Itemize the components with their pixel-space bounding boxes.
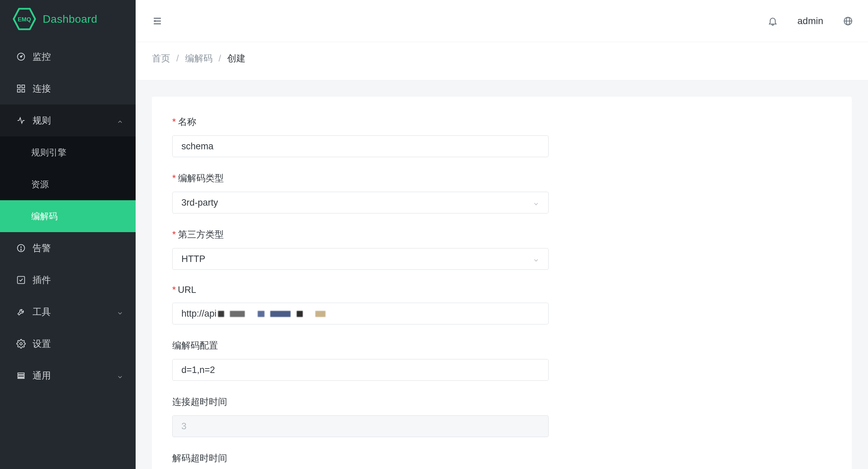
- logo-icon: EMQ: [12, 7, 37, 31]
- sidebar-item-tools[interactable]: 工具: [0, 296, 136, 328]
- gauge-icon: [16, 52, 26, 61]
- field-type: *编解码类型 3rd-party: [172, 172, 549, 213]
- sidebar-item-settings[interactable]: 设置: [0, 328, 136, 360]
- sidebar-item-plugins[interactable]: 插件: [0, 264, 136, 296]
- field-third-party-type: *第三方类型 HTTP: [172, 228, 549, 270]
- breadcrumb-home[interactable]: 首页: [152, 52, 170, 64]
- stack-icon: [16, 371, 26, 380]
- svg-rect-13: [18, 373, 24, 375]
- url-prefix: http://api: [181, 308, 217, 319]
- field-decode-timeout: 解码超时时间: [172, 452, 549, 464]
- sidebar-item-codec[interactable]: 编解码: [0, 200, 136, 232]
- sidebar-item-resources[interactable]: 资源: [0, 168, 136, 200]
- alert-icon: [16, 243, 26, 253]
- username[interactable]: admin: [797, 16, 823, 26]
- brand: EMQ Dashboard: [0, 0, 136, 41]
- svg-rect-5: [22, 85, 24, 88]
- breadcrumb: 首页 / 编解码 / 创建: [136, 42, 868, 80]
- sidebar-item-label: 设置: [33, 338, 123, 350]
- wrench-icon: [16, 307, 26, 317]
- svg-rect-15: [18, 378, 24, 378]
- chevron-down-icon: [117, 372, 123, 379]
- sidebar-item-rules[interactable]: 规则: [0, 105, 136, 136]
- chevron-up-icon: [117, 117, 123, 124]
- breadcrumb-codec[interactable]: 编解码: [185, 52, 213, 64]
- globe-icon[interactable]: [843, 16, 853, 26]
- grid-icon: [16, 84, 26, 93]
- svg-point-10: [21, 249, 21, 250]
- third-label: *第三方类型: [172, 228, 549, 241]
- sidebar-item-label: 工具: [33, 306, 110, 318]
- sidebar-item-label: 编解码: [31, 210, 58, 222]
- sidebar-item-label: 插件: [33, 274, 123, 286]
- content: *名称 *编解码类型 3rd-party *第三方类型 HTTP: [136, 80, 868, 469]
- main: admin 首页 / 编解码 / 创建 *名称 *编解码类型 3rd-party: [136, 0, 868, 469]
- svg-rect-14: [18, 375, 24, 377]
- sidebar-item-label: 规则: [33, 114, 110, 127]
- sidebar-item-label: 连接: [33, 82, 123, 95]
- url-redacted: [218, 308, 329, 319]
- brand-title: Dashboard: [43, 13, 97, 25]
- sidebar-item-label: 告警: [33, 242, 123, 254]
- form-card: *名称 *编解码类型 3rd-party *第三方类型 HTTP: [152, 97, 852, 469]
- type-label: *编解码类型: [172, 172, 549, 184]
- chevron-down-icon: [533, 256, 539, 262]
- config-label: 编解码配置: [172, 339, 549, 352]
- type-value: 3rd-party: [181, 198, 218, 208]
- svg-point-3: [20, 56, 22, 57]
- pulse-icon: [16, 116, 26, 125]
- field-conn-timeout: 连接超时时间: [172, 396, 549, 437]
- svg-text:EMQ: EMQ: [18, 16, 31, 23]
- sidebar-item-label: 资源: [31, 179, 49, 190]
- svg-rect-11: [18, 277, 25, 284]
- sidebar-nav: 监控 连接 规则 规则引擎 资源 编解码: [0, 41, 136, 469]
- sidebar-item-label: 监控: [33, 51, 123, 63]
- config-input[interactable]: [172, 359, 549, 381]
- chevron-down-icon: [533, 199, 539, 206]
- url-label: *URL: [172, 285, 549, 295]
- topbar-right: admin: [768, 16, 853, 26]
- sidebar-sub-rules: 规则引擎 资源 编解码: [0, 136, 136, 232]
- third-value: HTTP: [181, 254, 205, 264]
- svg-rect-6: [18, 89, 20, 92]
- gear-icon: [16, 339, 26, 349]
- sidebar: EMQ Dashboard 监控 连接 规则 规则引擎: [0, 0, 136, 469]
- conn-timeout-input[interactable]: [172, 415, 549, 437]
- breadcrumb-create: 创建: [227, 52, 245, 64]
- breadcrumb-sep: /: [176, 53, 179, 64]
- sidebar-item-monitor[interactable]: 监控: [0, 41, 136, 73]
- third-select[interactable]: HTTP: [172, 248, 549, 270]
- svg-point-12: [20, 343, 22, 345]
- check-square-icon: [16, 275, 26, 285]
- sidebar-item-alarms[interactable]: 告警: [0, 232, 136, 264]
- url-input[interactable]: http://api: [172, 303, 549, 324]
- bell-icon[interactable]: [768, 16, 778, 26]
- conn-timeout-label: 连接超时时间: [172, 396, 549, 408]
- chevron-down-icon: [117, 308, 123, 315]
- type-select[interactable]: 3rd-party: [172, 192, 549, 213]
- sidebar-item-general[interactable]: 通用: [0, 360, 136, 392]
- sidebar-item-label: 通用: [33, 370, 110, 382]
- sidebar-toggle-button[interactable]: [152, 16, 163, 26]
- topbar: admin: [136, 0, 868, 42]
- decode-timeout-label: 解码超时时间: [172, 452, 549, 464]
- sidebar-item-connections[interactable]: 连接: [0, 73, 136, 105]
- sidebar-item-rule-engine[interactable]: 规则引擎: [0, 136, 136, 168]
- field-config: 编解码配置: [172, 339, 549, 381]
- breadcrumb-sep: /: [219, 53, 221, 64]
- name-input[interactable]: [172, 135, 549, 157]
- name-label: *名称: [172, 116, 549, 128]
- field-name: *名称: [172, 116, 549, 157]
- svg-rect-7: [22, 89, 24, 92]
- sidebar-item-label: 规则引擎: [31, 147, 66, 158]
- svg-rect-4: [18, 85, 20, 88]
- field-url: *URL http://api: [172, 285, 549, 324]
